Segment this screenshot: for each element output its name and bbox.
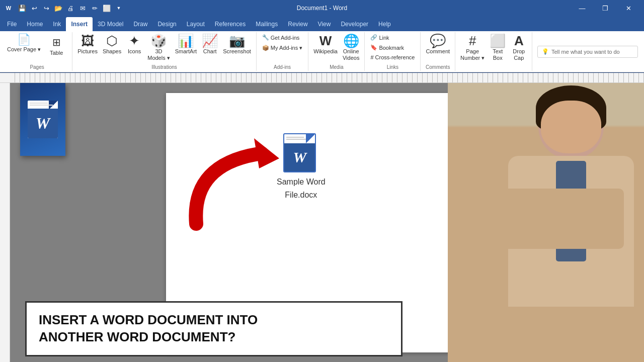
qat-email[interactable]: ✉ — [77, 3, 88, 13]
qat-open[interactable]: 📂 — [53, 3, 63, 13]
bottom-text-box: INSERT A WORD DOCUMENT INTO ANOTHER WORD… — [25, 301, 403, 356]
qat-redo[interactable]: ↪ — [41, 3, 51, 13]
shapes-button[interactable]: ⬡ Shapes — [101, 33, 123, 56]
table-icon: ⊞ — [52, 36, 61, 48]
tab-3dmodel[interactable]: 3D Model — [93, 17, 128, 31]
cross-reference-button[interactable]: # Cross-reference — [368, 53, 417, 61]
file-label-line1: Sample Word — [277, 177, 326, 187]
tab-view[interactable]: View — [313, 17, 336, 31]
tab-file[interactable]: File — [2, 17, 22, 31]
qat-misc[interactable]: ⬜ — [102, 3, 112, 13]
cover-page-button[interactable]: 📄 Cover Page ▾ — [5, 33, 43, 54]
tell-me-input[interactable]: 💡 Tell me what you want to do — [537, 46, 638, 58]
illustrations-items: 🖼 Pictures ⬡ Shapes ✦ Icons 🎲 3DModels ▾… — [75, 33, 253, 63]
tab-home[interactable]: Home — [22, 17, 48, 31]
bookmark-button[interactable]: 🔖 Bookmark — [368, 43, 407, 52]
online-videos-icon: 🌐 — [343, 34, 359, 47]
addins-group-label: Add-ins — [274, 63, 291, 70]
qat-markup[interactable]: ✏ — [90, 3, 100, 13]
bottom-text-line2: ANOTHER WORD DOCUMENT? — [39, 329, 389, 346]
get-addins-label: Get Add-ins — [271, 35, 299, 41]
pictures-button[interactable]: 🖼 Pictures — [75, 33, 100, 56]
tab-layout[interactable]: Layout — [182, 17, 210, 31]
table-label: Table — [50, 50, 63, 56]
chart-label: Chart — [203, 48, 217, 55]
tab-help[interactable]: Help — [373, 17, 396, 31]
vertical-ruler — [0, 83, 10, 362]
my-addins-icon: 📦 — [262, 45, 269, 51]
horizontal-ruler — [0, 73, 644, 83]
ribbon-tab-bar: File Home Ink Insert 3D Model Draw Desig… — [0, 16, 644, 31]
qat-customize[interactable]: ▼ — [114, 3, 124, 13]
text-box-label: TextBox — [493, 48, 503, 61]
text-box-button[interactable]: ⬜ TextBox — [488, 33, 508, 62]
close-button[interactable]: ✕ — [617, 0, 640, 16]
qat-undo[interactable]: ↩ — [29, 3, 39, 13]
media-group-label: Media — [330, 63, 343, 70]
link-icon: 🔗 — [370, 34, 377, 41]
tab-references[interactable]: References — [210, 17, 251, 31]
get-addins-button[interactable]: 🔧 Get Add-ins — [260, 33, 302, 42]
page-number-button[interactable]: # PageNumber ▾ — [458, 33, 487, 62]
tab-mailings[interactable]: Mailings — [251, 17, 283, 31]
ribbon-group-media: W Wikipedia 🌐 OnlineVideos Media — [308, 32, 365, 71]
word-file-icon: W — [283, 133, 318, 173]
icons-button[interactable]: ✦ Icons — [124, 33, 144, 56]
title-bar: W 💾 ↩ ↪ 📂 🖨 ✉ ✏ ⬜ ▼ Document1 - Word — ❒… — [0, 0, 644, 16]
ribbon-content: 📄 Cover Page ▾ ⊞ Table Pages 🖼 Pictures — [0, 31, 644, 72]
svg-marker-1 — [254, 138, 279, 168]
3dmodels-button[interactable]: 🎲 3DModels ▾ — [145, 33, 172, 62]
link-label: Link — [379, 35, 389, 41]
person-area — [448, 83, 644, 362]
comment-icon: 💬 — [430, 34, 446, 47]
tab-developer[interactable]: Developer — [336, 17, 373, 31]
text-box-icon: ⬜ — [490, 34, 506, 47]
tab-review[interactable]: Review — [283, 17, 312, 31]
smartart-button[interactable]: 📊 SmartArt — [173, 33, 199, 56]
links-group-label: Links — [387, 63, 398, 70]
table-button[interactable]: ⊞ Table — [44, 35, 69, 57]
link-button[interactable]: 🔗 Link — [368, 33, 391, 42]
comment-button[interactable]: 💬 Comment — [424, 33, 452, 56]
tab-design[interactable]: Design — [152, 17, 181, 31]
minimize-button[interactable]: — — [571, 0, 594, 16]
word-app-icon: W — [4, 4, 13, 13]
online-videos-button[interactable]: 🌐 OnlineVideos — [341, 33, 361, 62]
cover-page-icon: 📄 — [17, 34, 31, 45]
tab-ink[interactable]: Ink — [48, 17, 66, 31]
3dmodels-icon: 🎲 — [150, 34, 167, 47]
restore-button[interactable]: ❒ — [594, 0, 617, 16]
word-logo: W — [20, 83, 65, 156]
tab-insert[interactable]: Insert — [66, 17, 93, 31]
cross-reference-label: Cross-reference — [375, 54, 415, 60]
get-addins-icon: 🔧 — [262, 34, 269, 41]
qat-save[interactable]: 💾 — [17, 3, 27, 13]
pages-items: 📄 Cover Page ▾ ⊞ Table — [5, 33, 69, 63]
file-label-line2: File.docx — [285, 191, 317, 200]
table-btn-area: ⊞ Table — [44, 33, 69, 57]
3dmodels-label: 3DModels ▾ — [147, 48, 170, 61]
cover-page-label: Cover Page ▾ — [7, 46, 41, 53]
smartart-icon: 📊 — [178, 34, 194, 47]
drop-cap-button[interactable]: A DropCap — [509, 33, 529, 62]
red-arrow-graphic — [181, 123, 292, 234]
ribbon-group-links: 🔗 Link 🔖 Bookmark # Cross-reference Link… — [365, 32, 421, 71]
chart-button[interactable]: 📈 Chart — [200, 33, 220, 56]
wikipedia-icon: W — [319, 34, 332, 47]
tab-draw[interactable]: Draw — [128, 17, 152, 31]
pages-group-label: Pages — [30, 63, 44, 70]
icons-icon: ✦ — [129, 34, 140, 47]
comment-label: Comment — [426, 48, 450, 55]
comments-group-label: Comments — [426, 63, 450, 70]
wikipedia-button[interactable]: W Wikipedia — [311, 33, 340, 56]
tell-me-text: Tell me what you want to do — [551, 49, 620, 55]
shapes-icon: ⬡ — [106, 34, 118, 47]
qat-print-preview[interactable]: 🖨 — [65, 3, 75, 13]
ribbon: File Home Ink Insert 3D Model Draw Desig… — [0, 16, 644, 73]
window-title: Document1 - Word — [297, 5, 347, 12]
document-area[interactable]: W — [10, 83, 644, 362]
my-addins-button[interactable]: 📦 My Add-ins ▾ — [260, 44, 305, 52]
person-figure — [448, 83, 644, 362]
screenshot-button[interactable]: 📷 Screenshot — [221, 33, 253, 56]
ribbon-group-addins: 🔧 Get Add-ins 📦 My Add-ins ▾ Add-ins — [257, 32, 308, 71]
